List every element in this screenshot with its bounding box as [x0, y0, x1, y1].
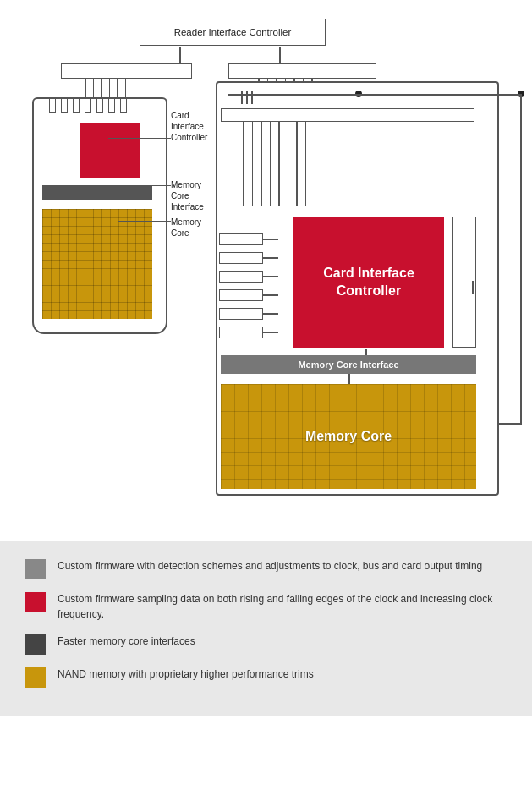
pin2 [61, 99, 68, 113]
reader-controller-label: Reader Interface Controller [174, 27, 292, 37]
mil-box-6 [219, 327, 263, 338]
mv8 [305, 122, 307, 206]
legend-swatch-gold [25, 667, 46, 688]
card-pins-top [49, 99, 127, 113]
mil-box-1 [219, 233, 263, 245]
legend-item-2: Faster memory core interfaces [25, 634, 507, 655]
mv1 [243, 122, 244, 206]
legend-item-3: NAND memory with proprietary higher perf… [25, 667, 507, 688]
legend-text-3: NAND memory with proprietary higher perf… [58, 667, 314, 682]
legend-swatch-red [25, 592, 46, 612]
mil-arrow-3 [263, 276, 278, 277]
legend-swatch-gray [25, 559, 46, 579]
sc-memory-interface [42, 185, 152, 200]
sc-label-controller: CardInterfaceController [171, 110, 207, 143]
small-card [32, 97, 167, 334]
sc-line-interface [118, 185, 171, 186]
mil-arrow-4 [263, 294, 278, 296]
pin3 [73, 99, 80, 113]
arrow-right [279, 47, 281, 65]
input-line-1 [219, 233, 278, 245]
pin4 [85, 99, 91, 113]
main-memory-interface: Memory Core Interface [221, 355, 476, 374]
mi-arrow-left [472, 281, 474, 294]
legend-swatch-darkgray [25, 634, 46, 655]
input-line-4 [219, 289, 278, 301]
mv3 [261, 122, 262, 206]
main-top-busline [221, 108, 474, 122]
tl3 [251, 91, 253, 104]
sc-line-controller [108, 138, 171, 139]
legend-text-0: Custom firmware with detection schemes a… [58, 558, 482, 574]
input-line-6 [219, 327, 278, 338]
tl1 [241, 91, 243, 104]
mv4 [270, 122, 271, 206]
legend-text-1: Custom firmware sampling data on both ri… [58, 591, 507, 622]
input-line-3 [219, 271, 278, 283]
pin5 [96, 99, 103, 113]
pin7 [120, 99, 127, 113]
mil-arrow-1 [263, 239, 278, 240]
legend-area: Custom firmware with detection schemes a… [0, 541, 532, 716]
mil-arrow-5 [263, 313, 278, 315]
main-card-controller: Card Interface Controller [293, 217, 444, 348]
input-line-5 [219, 308, 278, 320]
main-memory-interface-label: Memory Core Interface [298, 360, 398, 370]
v-line-right [520, 94, 522, 424]
arrow-left [179, 47, 181, 65]
mv2 [252, 122, 254, 206]
h-line-top [228, 94, 521, 96]
tl2 [246, 91, 248, 104]
bus-right [228, 63, 376, 79]
pin1 [49, 99, 56, 113]
sc-line-core [118, 221, 171, 222]
mv5 [278, 122, 280, 206]
mil-box-3 [219, 271, 263, 283]
legend-text-2: Faster memory core interfaces [58, 634, 195, 649]
three-lines [241, 91, 253, 104]
memory-grid [42, 209, 152, 319]
sc-card-controller [80, 123, 140, 178]
input-line-2 [219, 252, 278, 264]
sc-label-interface: MemoryCoreInterface [171, 179, 204, 212]
h-line-bottom-right [499, 423, 522, 425]
main-input-lines [219, 233, 278, 338]
main-vert-lines [243, 122, 306, 206]
mil-box-2 [219, 252, 263, 264]
sc-memory-core [42, 209, 152, 319]
mv6 [288, 122, 289, 206]
main-card: Card Interface Controller Memory Core In… [216, 81, 499, 496]
reader-controller-box: Reader Interface Controller [140, 19, 326, 46]
bus-left [61, 63, 192, 79]
legend-item-1: Custom firmware sampling data on both ri… [25, 591, 507, 622]
legend-item-0: Custom firmware with detection schemes a… [25, 558, 507, 579]
sc-label-core: MemoryCore [171, 217, 201, 239]
mil-box-5 [219, 308, 263, 320]
mv7 [296, 122, 298, 206]
mil-arrow-6 [263, 332, 278, 333]
main-card-controller-label: Card Interface Controller [323, 265, 414, 300]
pin6 [108, 99, 115, 113]
diagram-area: Reader Interface Controller [0, 0, 532, 541]
main-memory-core-label: Memory Core [305, 429, 392, 444]
mil-arrow-2 [263, 257, 278, 259]
main-memory-core: Memory Core [221, 384, 476, 489]
mil-box-4 [219, 289, 263, 301]
